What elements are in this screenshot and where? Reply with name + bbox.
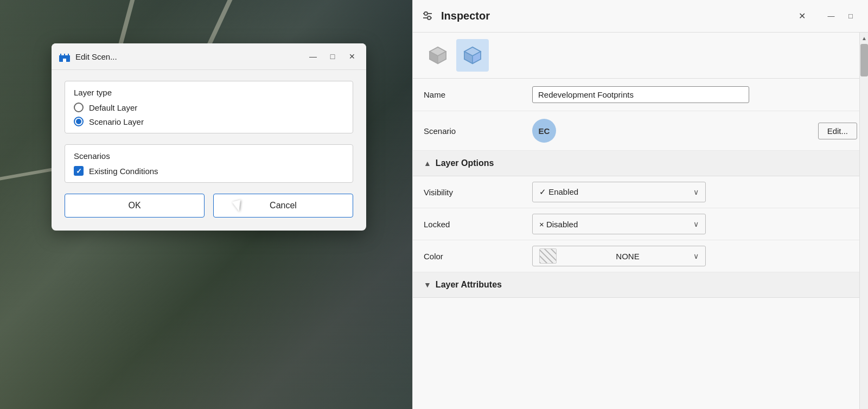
name-input[interactable]: Redevelopment Footprints (532, 86, 749, 103)
dialog-maximize-button[interactable]: □ (325, 49, 340, 64)
scenario-edit-button[interactable]: Edit... (818, 123, 857, 139)
scenarios-label: Scenarios (74, 151, 344, 161)
locked-dropdown[interactable]: × Disabled ∨ (532, 214, 706, 234)
color-chevron-icon: ∨ (693, 252, 699, 260)
name-field-value: Redevelopment Footprints (532, 86, 857, 103)
inspector-window-buttons: — □ (822, 9, 859, 24)
layer-type-label: Layer type (74, 88, 344, 97)
dialog-minimize-button[interactable]: — (305, 49, 321, 64)
visibility-label: Visibility (424, 188, 532, 197)
locked-value: × Disabled (539, 220, 578, 229)
color-hatch-icon (539, 248, 557, 264)
default-layer-option[interactable]: Default Layer (74, 103, 344, 112)
locked-chevron-icon: ∨ (693, 220, 699, 228)
scrollbar-track: ▲ (859, 33, 868, 409)
existing-conditions-option[interactable]: ✓ Existing Conditions (74, 166, 344, 176)
scenario-badge: EC (532, 119, 556, 143)
svg-rect-7 (63, 59, 66, 62)
default-layer-radio[interactable] (74, 103, 84, 112)
dialog-titlebar: Edit Scen... — □ ✕ (52, 43, 366, 70)
scenario-layer-option[interactable]: Scenario Layer (74, 117, 344, 126)
layer-attributes-collapse-icon: ▼ (424, 280, 431, 289)
color-value: NONE (616, 252, 639, 261)
name-row: Name Redevelopment Footprints (413, 79, 868, 111)
layer-options-collapse-icon: ▲ (424, 159, 431, 168)
visibility-chevron-icon: ∨ (693, 188, 699, 196)
dialog-body: Layer type Default Layer Scenario Layer … (52, 70, 366, 231)
inspector-panel: Inspector ✕ — □ N (412, 0, 868, 409)
layer-attributes-title: Layer Attributes (436, 280, 502, 290)
svg-point-11 (427, 16, 431, 20)
dialog-buttons: OK Cancel (65, 194, 353, 218)
color-dropdown[interactable]: NONE ∨ (532, 246, 706, 266)
cancel-button[interactable]: Cancel (213, 194, 353, 218)
scroll-up-button[interactable]: ▲ (860, 33, 868, 43)
visibility-dropdown[interactable]: ✓ Enabled ∨ (532, 182, 706, 202)
layer-cube-active-icon (462, 44, 483, 66)
layer-options-header[interactable]: ▲ Layer Options (413, 151, 868, 176)
inspector-minimize-button[interactable]: — (822, 9, 840, 24)
ok-button[interactable]: OK (65, 194, 205, 218)
castle-icon (58, 50, 71, 63)
inspector-title: Inspector (441, 10, 790, 22)
locked-label: Locked (424, 220, 532, 229)
color-row: Color NONE ∨ (413, 240, 868, 272)
svg-rect-4 (60, 54, 61, 56)
visibility-value: ✓ Enabled (539, 187, 578, 197)
scenario-layer-radio[interactable] (74, 117, 84, 126)
existing-conditions-checkbox[interactable]: ✓ (74, 166, 84, 176)
locked-row: Locked × Disabled ∨ (413, 208, 868, 240)
edit-scenario-dialog: Edit Scen... — □ ✕ Layer type Default La… (52, 43, 366, 231)
inspector-titlebar: Inspector ✕ — □ (413, 0, 868, 33)
inspector-content: Name Redevelopment Footprints Scenario E… (413, 79, 868, 409)
existing-conditions-label: Existing Conditions (89, 167, 158, 176)
layer-icon-button[interactable] (422, 39, 454, 72)
inspector-maximize-button[interactable]: □ (842, 9, 859, 24)
layer-options-title: Layer Options (436, 158, 494, 168)
inspector-icon (422, 10, 433, 22)
name-field-label: Name (424, 90, 532, 99)
dialog-title: Edit Scen... (75, 52, 301, 61)
layer-cube-active-button[interactable] (456, 39, 489, 72)
color-label: Color (424, 252, 532, 261)
inspector-close-button[interactable]: ✕ (794, 9, 809, 24)
layer-cube-icon (427, 44, 449, 66)
checkmark-icon: ✓ (76, 168, 82, 175)
svg-rect-5 (64, 54, 65, 56)
scenario-layer-label: Scenario Layer (89, 117, 144, 126)
scenarios-section: Scenarios ✓ Existing Conditions (65, 144, 353, 183)
scenario-field-label: Scenario (424, 126, 532, 136)
scenario-row-inner: EC Edit... (532, 119, 857, 143)
scrollbar-thumb[interactable] (860, 44, 868, 76)
visibility-row: Visibility ✓ Enabled ∨ (413, 176, 868, 208)
svg-rect-6 (68, 54, 69, 56)
radio-dot (76, 119, 81, 124)
svg-point-9 (424, 12, 427, 15)
inspector-icon-row (413, 33, 868, 79)
scenario-row: Scenario EC Edit... (413, 111, 868, 151)
default-layer-label: Default Layer (89, 103, 137, 112)
layer-attributes-header[interactable]: ▼ Layer Attributes (413, 272, 868, 298)
dialog-close-button[interactable]: ✕ (344, 49, 360, 64)
scenario-field-value: EC Edit... (532, 119, 857, 143)
layer-type-section: Layer type Default Layer Scenario Layer (65, 81, 353, 133)
